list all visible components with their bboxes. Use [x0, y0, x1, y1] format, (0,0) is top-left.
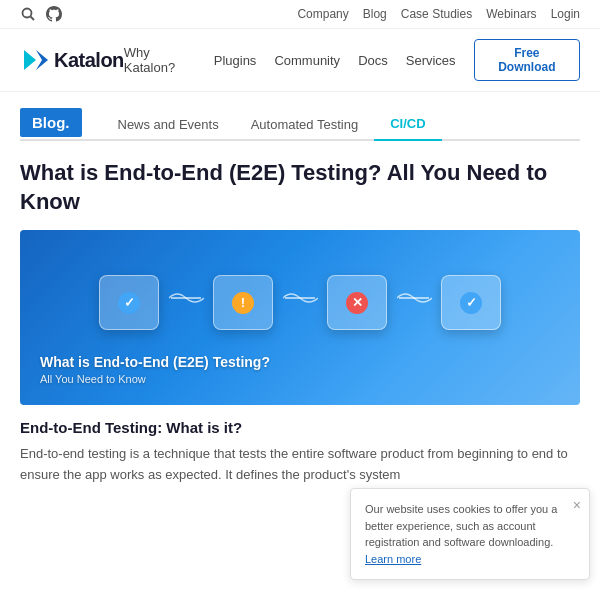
logo-icon [20, 46, 48, 74]
x-icon: ✕ [346, 292, 368, 314]
tab-cicd[interactable]: CI/CD [374, 108, 441, 141]
hero-block-2: ! [213, 275, 273, 330]
top-nav-icons [20, 6, 62, 22]
svg-line-1 [31, 17, 35, 21]
nav-docs[interactable]: Docs [358, 53, 388, 68]
tab-automated-testing[interactable]: Automated Testing [235, 109, 374, 140]
section-heading: End-to-End Testing: What is it? [20, 419, 580, 436]
logo-text: Katalon [54, 49, 124, 72]
hero-subtitle-line: All You Need to Know [40, 373, 270, 385]
main-nav-links: Why Katalon? Plugins Community Docs Serv… [124, 39, 580, 81]
cookie-learn-more[interactable]: Learn more [365, 553, 421, 565]
blog-section: Blog. News and Events Automated Testing … [0, 92, 600, 141]
svg-marker-3 [36, 50, 48, 70]
section-text: End-to-end testing is a technique that t… [20, 444, 580, 486]
nav-why-katalon[interactable]: Why Katalon? [124, 45, 196, 75]
hero-image: ✓ ! ✕ [20, 230, 580, 405]
check-icon-2: ✓ [460, 292, 482, 314]
hero-block-4: ✓ [441, 275, 501, 330]
main-nav: Katalon Why Katalon? Plugins Community D… [0, 29, 600, 92]
top-nav-company[interactable]: Company [297, 7, 348, 21]
top-nav-login[interactable]: Login [551, 7, 580, 21]
top-nav-right: Company Blog Case Studies Webinars Login [297, 7, 580, 21]
cookie-banner: × Our website uses cookies to offer you … [350, 488, 590, 580]
warning-icon: ! [232, 292, 254, 314]
github-icon[interactable] [46, 6, 62, 22]
blog-tabs: Blog. News and Events Automated Testing … [20, 92, 580, 141]
top-nav-blog[interactable]: Blog [363, 7, 387, 21]
tab-news-events[interactable]: News and Events [102, 109, 235, 140]
nav-services[interactable]: Services [406, 53, 456, 68]
top-nav: Company Blog Case Studies Webinars Login [0, 0, 600, 29]
free-download-button[interactable]: Free Download [474, 39, 580, 81]
hero-image-title: What is End-to-End (E2E) Testing? All Yo… [40, 354, 270, 385]
top-nav-webinars[interactable]: Webinars [486, 7, 536, 21]
main-content: What is End-to-End (E2E) Testing? All Yo… [0, 141, 600, 486]
svg-point-0 [23, 9, 32, 18]
check-icon-1: ✓ [118, 292, 140, 314]
cookie-close-button[interactable]: × [573, 495, 581, 516]
hero-title-line: What is End-to-End (E2E) Testing? [40, 354, 270, 370]
svg-marker-2 [24, 50, 36, 70]
nav-plugins[interactable]: Plugins [214, 53, 257, 68]
blog-label: Blog. [20, 108, 82, 137]
hero-block-1: ✓ [99, 275, 159, 330]
logo[interactable]: Katalon [20, 46, 124, 74]
hero-block-3: ✕ [327, 275, 387, 330]
top-nav-case-studies[interactable]: Case Studies [401, 7, 472, 21]
cookie-text: Our website uses cookies to offer you a … [365, 503, 557, 548]
search-icon[interactable] [20, 6, 36, 22]
nav-community[interactable]: Community [274, 53, 340, 68]
article-title: What is End-to-End (E2E) Testing? All Yo… [20, 159, 580, 216]
